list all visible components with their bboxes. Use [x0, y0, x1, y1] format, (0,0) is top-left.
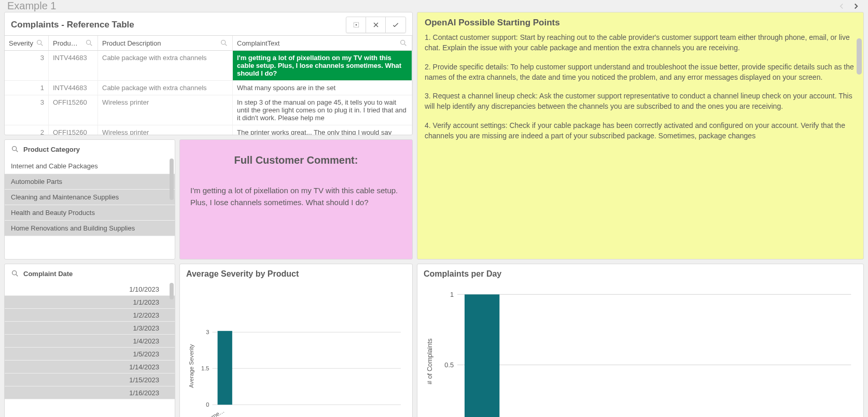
- cell-description: Wireless printer: [98, 95, 233, 125]
- cell-product: INTV44683: [49, 51, 98, 80]
- check-icon: [391, 21, 400, 29]
- scrollbar[interactable]: [857, 38, 862, 75]
- comment-text: I'm getting a lot of pixellation on my T…: [190, 185, 402, 208]
- complaints-table: Complaints - Reference Table Severity Pr…: [4, 12, 413, 135]
- table-row[interactable]: 3 INTV44683 Cable package with extra cha…: [5, 51, 412, 81]
- col-product[interactable]: Produ…: [49, 36, 98, 50]
- col-complainttext[interactable]: ComplaintText: [233, 36, 412, 50]
- ai-title: OpenAI Possible Starting Points: [425, 18, 856, 28]
- svg-point-2: [37, 40, 41, 45]
- search-icon[interactable]: [220, 39, 228, 47]
- list-item[interactable]: 1/16/2023: [5, 386, 175, 399]
- category-list[interactable]: Internet and Cable PackagesAutomobile Pa…: [5, 159, 175, 259]
- svg-point-5: [401, 40, 405, 45]
- ai-paragraph: 4. Verify account settings: Check if you…: [425, 120, 856, 141]
- cell-severity: 3: [5, 51, 49, 80]
- lasso-icon: [352, 21, 360, 29]
- cell-product: INTV44683: [49, 81, 98, 95]
- search-icon[interactable]: [85, 39, 93, 47]
- svg-text:1: 1: [450, 291, 454, 298]
- avg-severity-chart[interactable]: Average Severity by Product 01.53Interne…: [179, 264, 413, 417]
- date-list[interactable]: 1/10/20231/1/20231/2/20231/3/20231/4/202…: [5, 283, 175, 417]
- table-row[interactable]: 3 OFFI15260 Wireless printer In step 3 o…: [5, 95, 412, 125]
- list-item[interactable]: 1/10/2023: [5, 283, 175, 296]
- list-item[interactable]: 1/2/2023: [5, 309, 175, 322]
- ai-paragraph: 3. Request a channel lineup check: Ask t…: [425, 91, 856, 112]
- cell-product: OFFI15260: [49, 95, 98, 125]
- complaints-per-day-chart[interactable]: Complaints per Day 00.511/10/2023# of Co…: [417, 264, 864, 417]
- scrollbar[interactable]: [170, 283, 174, 299]
- lasso-button[interactable]: [346, 17, 366, 33]
- table-row[interactable]: 2 OFFI15260 Wireless printer The printer…: [5, 125, 412, 135]
- svg-text:0: 0: [206, 401, 209, 408]
- cell-description: Cable package with extra channels: [98, 81, 233, 95]
- search-icon[interactable]: [36, 39, 44, 47]
- svg-point-7: [12, 271, 17, 275]
- cell-product: OFFI15260: [49, 125, 98, 135]
- table-header: Severity Produ… Product Description Comp…: [5, 35, 412, 51]
- search-icon[interactable]: [11, 145, 19, 153]
- list-item[interactable]: 1/1/2023: [5, 296, 175, 309]
- svg-point-6: [12, 147, 17, 151]
- cell-complainttext[interactable]: I'm getting a lot of pixellation on my T…: [233, 51, 412, 80]
- list-item[interactable]: Health and Beauty Products: [5, 205, 175, 221]
- cell-severity: 1: [5, 81, 49, 95]
- list-item[interactable]: Home Renovations and Building Supplies: [5, 221, 175, 236]
- svg-point-4: [221, 40, 226, 45]
- cell-severity: 2: [5, 125, 49, 135]
- list-item[interactable]: 1/3/2023: [5, 322, 175, 335]
- list-item[interactable]: Automobile Parts: [5, 174, 175, 190]
- svg-point-3: [87, 40, 91, 45]
- chart-title: Complaints per Day: [424, 269, 857, 279]
- svg-point-1: [355, 24, 357, 26]
- search-icon[interactable]: [11, 269, 19, 278]
- cell-complainttext[interactable]: In step 3 of the manual on page 45, it t…: [233, 95, 412, 125]
- cell-description: Cable package with extra channels: [98, 51, 233, 80]
- ai-suggestions[interactable]: OpenAI Possible Starting Points 1. Conta…: [417, 12, 864, 260]
- complaints-title: Complaints - Reference Table: [11, 20, 134, 30]
- ai-paragraph: 2. Provide specific details: To help cus…: [425, 62, 856, 83]
- cell-description: Wireless printer: [98, 125, 233, 135]
- chart-title: Average Severity by Product: [186, 269, 406, 279]
- svg-text:3: 3: [206, 329, 209, 335]
- cell-complainttext[interactable]: What many spoons are in the set: [233, 81, 412, 95]
- table-row[interactable]: 1 INTV44683 Cable package with extra cha…: [5, 81, 412, 95]
- list-item[interactable]: 1/14/2023: [5, 361, 175, 373]
- page-title: Example 1: [7, 0, 57, 12]
- svg-text:0.5: 0.5: [444, 361, 454, 369]
- ai-paragraph: 1. Contact customer support: Start by re…: [425, 32, 856, 53]
- next-page-icon[interactable]: [851, 2, 861, 11]
- selection-toolbar: [346, 17, 406, 33]
- list-item[interactable]: Internet and Cable Packages: [5, 159, 175, 174]
- svg-text:Interne…: Interne…: [202, 408, 226, 417]
- confirm-button[interactable]: [386, 17, 405, 33]
- category-filter: Product Category Internet and Cable Pack…: [4, 139, 175, 260]
- list-item[interactable]: 1/4/2023: [5, 335, 175, 348]
- svg-text:Average Severity: Average Severity: [188, 344, 194, 388]
- col-severity[interactable]: Severity: [5, 36, 49, 50]
- full-comment: Full Customer Comment: I'm getting a lot…: [179, 139, 413, 260]
- comment-title: Full Customer Comment:: [190, 154, 402, 166]
- bar[interactable]: [465, 294, 499, 417]
- ai-body: 1. Contact customer support: Start by re…: [425, 32, 856, 141]
- col-description[interactable]: Product Description: [98, 36, 233, 50]
- table-body[interactable]: 3 INTV44683 Cable package with extra cha…: [5, 51, 412, 135]
- cell-severity: 3: [5, 95, 49, 125]
- search-icon[interactable]: [399, 39, 408, 47]
- date-filter: Complaint Date 1/10/20231/1/20231/2/2023…: [4, 264, 175, 417]
- bar[interactable]: [218, 331, 232, 405]
- list-item[interactable]: Cleaning and Maintenance Supplies: [5, 190, 175, 205]
- cancel-button[interactable]: [366, 17, 386, 33]
- svg-text:1.5: 1.5: [201, 365, 209, 371]
- date-title: Complaint Date: [5, 264, 175, 283]
- list-item[interactable]: 1/5/2023: [5, 348, 175, 361]
- close-icon: [372, 21, 380, 29]
- prev-page-icon: [837, 2, 846, 11]
- scrollbar[interactable]: [170, 159, 174, 200]
- cell-complainttext[interactable]: The printer works great... The only thin…: [233, 125, 412, 135]
- category-title: Product Category: [5, 140, 175, 159]
- svg-text:# of Complaints: # of Complaints: [426, 338, 433, 384]
- list-item[interactable]: 1/15/2023: [5, 373, 175, 386]
